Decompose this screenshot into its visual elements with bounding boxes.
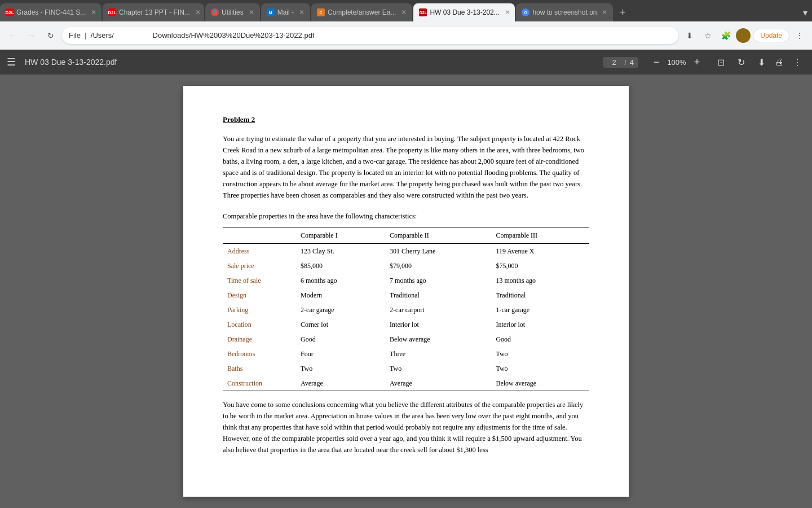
tab-mail[interactable]: M Mail - ✕: [261, 3, 310, 21]
tab-chapter13[interactable]: D2L Chapter 13 PPT - FIN... ✕: [103, 3, 204, 21]
row-value: $79,000: [385, 259, 491, 273]
table-row: LocationCorner lotInterior lotInterior l…: [223, 317, 589, 332]
table-row: BedroomsFourThreeTwo: [223, 347, 589, 361]
tab-favicon-chegg: C: [317, 8, 325, 16]
comparables-table: Comparable I Comparable II Comparable II…: [223, 227, 589, 391]
tab-close-icon[interactable]: ✕: [299, 8, 304, 16]
new-tab-button[interactable]: +: [614, 3, 631, 21]
tab-close-icon[interactable]: ✕: [505, 8, 510, 16]
table-row: Sale price$85,000$79,000$75,000: [223, 259, 589, 273]
tab-bar: D2L Grades - FINC-441 S... ✕ D2L Chapter…: [0, 0, 812, 21]
row-value: 123 Clay St.: [296, 244, 385, 259]
rotate-button[interactable]: ↻: [733, 54, 749, 70]
page-separator: /: [624, 58, 626, 67]
table-row: ConstructionAverageAverageBelow average: [223, 376, 589, 391]
tab-close-icon[interactable]: ✕: [401, 8, 407, 16]
row-label: Address: [223, 244, 296, 259]
pdf-more-button[interactable]: ⋮: [789, 54, 805, 70]
col-header-comp1: Comparable I: [296, 227, 385, 244]
download-page-button[interactable]: ⬇: [682, 28, 698, 43]
browser-frame: D2L Grades - FINC-441 S... ✕ D2L Chapter…: [0, 0, 812, 508]
tab-favicon-google: G: [522, 8, 529, 16]
row-value: Two: [491, 361, 589, 376]
table-row: Time of sale6 months ago7 months ago13 m…: [223, 273, 589, 288]
pdf-print-button[interactable]: 🖨: [771, 54, 787, 70]
row-label: Location: [223, 317, 296, 332]
tab-list-button[interactable]: ▾: [798, 3, 812, 21]
col-header-property: [223, 227, 296, 244]
table-row: DesignModernTraditionalTraditional: [223, 288, 589, 303]
tab-label: how to screenshot on: [532, 8, 597, 16]
pdf-area: Problem 2 You are trying to estimate the…: [0, 75, 812, 508]
tab-close-icon[interactable]: ✕: [249, 8, 254, 16]
address-input[interactable]: [62, 27, 678, 44]
address-bar: ← → ↻ ⬇ ☆ 🧩 Update ⋮: [0, 21, 812, 50]
tab-favicon-outlook: M: [267, 8, 275, 16]
pdf-download-button[interactable]: ⬇: [753, 54, 769, 70]
row-value: 6 months ago: [296, 273, 385, 288]
row-value: Modern: [296, 288, 385, 303]
row-value: Four: [296, 347, 385, 361]
tab-chegg[interactable]: C Complete/answer Ea... ✕: [311, 3, 412, 21]
problem-description: You are trying to estimate the value of …: [223, 133, 589, 201]
table-row: Parking2-car garage2-car carport1-car ga…: [223, 303, 589, 317]
page-total: 4: [630, 58, 634, 67]
zoom-out-button[interactable]: −: [650, 55, 663, 69]
fit-page-button[interactable]: ⊡: [713, 54, 729, 70]
row-value: 7 months ago: [385, 273, 491, 288]
page-number-input[interactable]: [607, 58, 621, 67]
tab-close-icon[interactable]: ✕: [195, 8, 201, 16]
tab-grades[interactable]: D2L Grades - FINC-441 S... ✕: [0, 3, 102, 21]
row-value: Two: [385, 361, 491, 376]
row-value: Average: [296, 376, 385, 391]
back-button[interactable]: ←: [5, 28, 20, 43]
problem-title: Problem 2: [223, 114, 589, 125]
row-value: Interior lot: [385, 317, 491, 332]
pdf-page: Problem 2 You are trying to estimate the…: [183, 86, 629, 497]
row-value: $75,000: [491, 259, 589, 273]
row-value: Traditional: [385, 288, 491, 303]
tab-hw03[interactable]: D2L HW 03 Due 3-13-202... ✕: [413, 3, 515, 21]
row-label: Baths: [223, 361, 296, 376]
tab-label: HW 03 Due 3-13-202...: [430, 8, 499, 16]
tab-favicon-firefox: 🌐: [211, 8, 219, 16]
tab-label: Mail -: [277, 8, 294, 16]
row-value: Good: [296, 332, 385, 347]
row-value: Three: [385, 347, 491, 361]
pdf-toolbar: ☰ HW 03 Due 3-13-2022.pdf / 4 − 100% + ⊡…: [0, 50, 812, 75]
row-value: $85,000: [296, 259, 385, 273]
col-header-comp2: Comparable II: [385, 227, 491, 244]
row-label: Time of sale: [223, 273, 296, 288]
row-label: Construction: [223, 376, 296, 391]
reload-button[interactable]: ↻: [43, 28, 59, 43]
tab-close-icon[interactable]: ✕: [602, 8, 607, 16]
user-avatar[interactable]: [736, 28, 751, 43]
table-row: BathsTwoTwoTwo: [223, 361, 589, 376]
bottom-text: You have come to some conclusions concer…: [223, 399, 589, 456]
tab-label: Utilities: [222, 8, 244, 16]
row-value: 2-car carport: [385, 303, 491, 317]
row-label: Design: [223, 288, 296, 303]
extensions-button[interactable]: 🧩: [718, 28, 734, 43]
row-label: Drainage: [223, 332, 296, 347]
browser-actions: ⬇ ☆ 🧩 Update ⋮: [682, 28, 807, 43]
menu-button[interactable]: ⋮: [792, 28, 807, 43]
tab-close-icon[interactable]: ✕: [91, 8, 96, 16]
update-button[interactable]: Update: [753, 29, 789, 42]
tab-label: Grades - FINC-441 S...: [16, 8, 86, 16]
hamburger-menu-icon[interactable]: ☰: [7, 56, 16, 68]
row-value: Two: [296, 361, 385, 376]
zoom-controls: − 100% +: [650, 55, 704, 69]
tab-google[interactable]: G how to screenshot on ✕: [516, 3, 613, 21]
bookmark-button[interactable]: ☆: [700, 28, 716, 43]
tab-favicon-d2l2: D2L: [108, 8, 116, 16]
toolbar-right: ⬇ 🖨 ⋮: [753, 54, 805, 70]
comparables-intro: Comparable properties in the area have t…: [223, 211, 589, 222]
tab-utilities[interactable]: 🌐 Utilities ✕: [205, 3, 260, 21]
forward-button[interactable]: →: [24, 28, 39, 43]
row-value: 2-car garage: [296, 303, 385, 317]
row-value: Average: [385, 376, 491, 391]
row-value: 13 months ago: [491, 273, 589, 288]
zoom-in-button[interactable]: +: [690, 55, 704, 69]
row-value: Corner lot: [296, 317, 385, 332]
